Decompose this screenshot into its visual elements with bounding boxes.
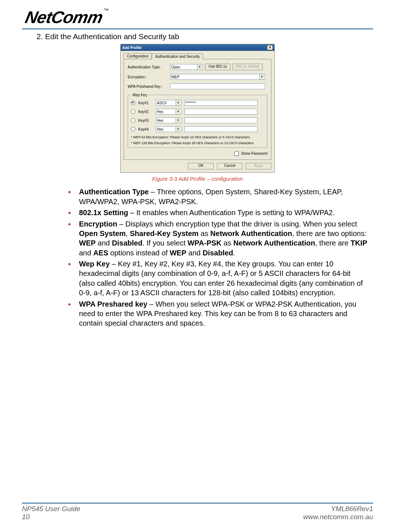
- tab-configuration[interactable]: Configuration: [124, 53, 152, 59]
- footer-guide: NP545 User Guide: [22, 505, 80, 513]
- footer-page: 10: [22, 513, 80, 521]
- apply-button: Apply: [246, 163, 271, 169]
- use-8021x-button[interactable]: Use 802.1x: [205, 64, 230, 70]
- bullet-encryption: Encryption – Displays which encryption t…: [66, 219, 367, 258]
- show-password-row: Show Password: [128, 151, 267, 156]
- header-rule: [22, 29, 373, 29]
- footer-url: www.netcomm.com.au: [303, 513, 373, 521]
- wpa-key-input[interactable]: [170, 83, 265, 89]
- cancel-button[interactable]: Cancel: [217, 163, 242, 169]
- dialog-title: Add Profile: [122, 46, 142, 50]
- key2-format-select[interactable]: Hex▾: [156, 109, 181, 115]
- auth-type-select[interactable]: Open▾: [170, 64, 203, 70]
- step-heading: 2. Edit the Authentication and Security …: [37, 32, 373, 41]
- bullet-8021x: 802.1x Setting – It enables when Authent…: [66, 208, 367, 217]
- dialog-titlebar: Add Profile X: [121, 44, 274, 51]
- tab-auth-security[interactable]: Authentication and Security: [152, 53, 203, 59]
- content-list: Authentication Type – Three options, Ope…: [22, 187, 373, 328]
- show-password-label: Show Password: [241, 151, 267, 156]
- figure-caption: Figure 3-3 Add Profile – configuration: [22, 176, 373, 182]
- footer-rule: [22, 503, 373, 503]
- add-profile-dialog: Add Profile X Configuration Authenticati…: [120, 44, 275, 173]
- chevron-down-icon: ▾: [197, 64, 202, 70]
- key1-input[interactable]: ••••••••••: [184, 100, 257, 106]
- key4-radio[interactable]: [131, 127, 135, 131]
- auth-type-label: Authentication Type :: [128, 65, 168, 69]
- footer-rev: YML866Rev1: [303, 505, 373, 513]
- wep-legend: Wep Key: [131, 93, 148, 97]
- key1-format-select[interactable]: ASCII▾: [156, 100, 181, 106]
- encryption-select[interactable]: WEP▾: [170, 74, 265, 80]
- 8021x-setting-button: 802.1x Setting: [233, 64, 263, 70]
- key3-input[interactable]: [184, 117, 257, 123]
- tab-pane: Authentication Type : Open▾ Use 802.1x 8…: [124, 59, 271, 160]
- close-icon[interactable]: X: [267, 45, 273, 50]
- key2-radio[interactable]: [131, 109, 135, 114]
- chevron-down-icon: ▾: [259, 74, 264, 79]
- key4-format-select[interactable]: Hex▾: [156, 126, 181, 132]
- wpa-key-label: WPA Preshared Key :: [128, 85, 168, 89]
- page-footer: NP545 User Guide 10 YML866Rev1 www.netco…: [22, 503, 373, 521]
- ok-button[interactable]: OK: [188, 163, 214, 169]
- key3-radio[interactable]: [131, 118, 135, 123]
- wep-note-64: * WEP 64 Bits Encryption: Please Keyin 1…: [131, 135, 264, 139]
- key4-label: Key#4: [138, 127, 153, 131]
- bullet-wep-key: Wep Key – Key #1, Key #2, Key #3, Key #4…: [66, 259, 367, 298]
- bullet-wpa-key: WPA Preshared key – When you select WPA-…: [66, 299, 367, 328]
- key3-label: Key#3: [138, 119, 153, 123]
- wep-note-128: * WEP 128 Bits Encryption: Please Keyin …: [131, 141, 264, 145]
- bullet-auth-type: Authentication Type – Three options, Ope…: [66, 187, 367, 206]
- show-password-checkbox[interactable]: [234, 151, 239, 156]
- key2-label: Key#2: [138, 110, 153, 114]
- key4-input[interactable]: [184, 126, 257, 132]
- encryption-label: Encryption :: [128, 75, 168, 79]
- key3-format-select[interactable]: Hex▾: [156, 117, 181, 123]
- brand-logo: NetComm™: [22, 7, 373, 27]
- wep-key-group: Wep Key Key#1 ASCII▾ •••••••••• Key#2 He…: [128, 93, 267, 148]
- key1-radio[interactable]: [131, 101, 135, 105]
- key1-label: Key#1: [138, 101, 153, 105]
- key2-input[interactable]: [184, 109, 257, 115]
